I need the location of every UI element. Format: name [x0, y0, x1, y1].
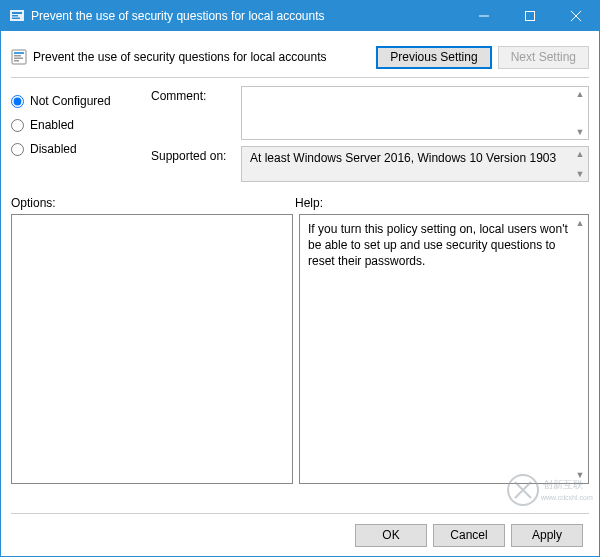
comment-label: Comment: — [151, 86, 241, 140]
titlebar[interactable]: Prevent the use of security questions fo… — [1, 1, 599, 31]
radio-not-configured[interactable]: Not Configured — [11, 90, 151, 112]
chevron-up-icon: ▲ — [574, 217, 586, 229]
previous-setting-button[interactable]: Previous Setting — [376, 46, 491, 69]
help-panel: If you turn this policy setting on, loca… — [299, 214, 589, 484]
panels-row: If you turn this policy setting on, loca… — [11, 214, 589, 513]
chevron-down-icon: ▼ — [574, 169, 586, 179]
radio-label: Enabled — [30, 118, 74, 132]
supported-label: Supported on: — [151, 146, 241, 182]
svg-rect-8 — [14, 55, 21, 57]
svg-rect-2 — [12, 12, 22, 14]
ok-button[interactable]: OK — [355, 524, 427, 547]
policy-editor-window: Prevent the use of security questions fo… — [0, 0, 600, 557]
window-controls — [461, 1, 599, 31]
radio-not-configured-input[interactable] — [11, 95, 24, 108]
svg-rect-4 — [12, 18, 20, 20]
window-title: Prevent the use of security questions fo… — [31, 9, 461, 23]
close-button[interactable] — [553, 1, 599, 31]
radio-label: Disabled — [30, 142, 77, 156]
svg-rect-7 — [14, 52, 24, 54]
chevron-up-icon: ▲ — [574, 89, 586, 99]
header-row: Prevent the use of security questions fo… — [11, 39, 589, 75]
chevron-up-icon: ▲ — [574, 149, 586, 159]
footer: OK Cancel Apply — [11, 513, 589, 556]
chevron-down-icon: ▼ — [574, 469, 586, 481]
maximize-button[interactable] — [507, 1, 553, 31]
minimize-button[interactable] — [461, 1, 507, 31]
svg-rect-10 — [14, 60, 19, 62]
chevron-down-icon: ▼ — [574, 127, 586, 137]
app-icon — [9, 8, 25, 24]
options-panel — [11, 214, 293, 484]
next-setting-button[interactable]: Next Setting — [498, 46, 589, 69]
state-column: Not Configured Enabled Disabled — [11, 86, 151, 188]
options-label: Options: — [11, 196, 295, 210]
radio-disabled-input[interactable] — [11, 143, 24, 156]
supported-on-text: At least Windows Server 2016, Windows 10… — [250, 151, 556, 165]
radio-disabled[interactable]: Disabled — [11, 138, 151, 160]
supported-row: Supported on: At least Windows Server 20… — [151, 146, 589, 182]
policy-icon — [11, 49, 27, 65]
policy-title: Prevent the use of security questions fo… — [33, 50, 370, 64]
cancel-button[interactable]: Cancel — [433, 524, 505, 547]
mid-section: Not Configured Enabled Disabled Comment:… — [11, 86, 589, 188]
supported-on-box: At least Windows Server 2016, Windows 10… — [241, 146, 589, 182]
panel-labels: Options: Help: — [11, 196, 589, 210]
radio-enabled-input[interactable] — [11, 119, 24, 132]
fields-column: Comment: ▲ ▼ Supported on: At least Wind… — [151, 86, 589, 188]
comment-textarea[interactable]: ▲ ▼ — [241, 86, 589, 140]
apply-button[interactable]: Apply — [511, 524, 583, 547]
svg-rect-3 — [12, 15, 18, 17]
svg-rect-5 — [526, 12, 535, 21]
separator — [11, 77, 589, 78]
client-area: Prevent the use of security questions fo… — [1, 31, 599, 556]
svg-rect-9 — [14, 58, 23, 60]
radio-label: Not Configured — [30, 94, 111, 108]
radio-enabled[interactable]: Enabled — [11, 114, 151, 136]
comment-row: Comment: ▲ ▼ — [151, 86, 589, 140]
help-label: Help: — [295, 196, 323, 210]
help-text: If you turn this policy setting on, loca… — [308, 222, 568, 268]
